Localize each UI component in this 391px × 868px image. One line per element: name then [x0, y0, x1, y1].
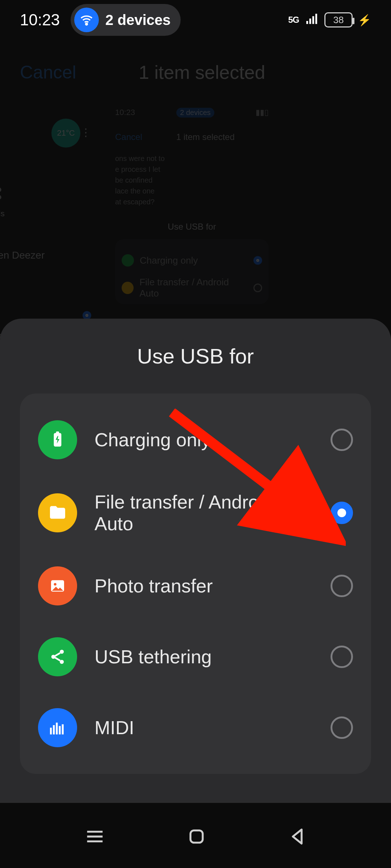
bg-thumbnail-right[interactable]: 10:23 2 devices ▮▮▯ Cancel 1 item select… — [109, 101, 275, 354]
svg-rect-13 — [50, 728, 52, 735]
status-devices-pill[interactable]: 2 devices — [71, 4, 181, 36]
svg-rect-16 — [59, 726, 61, 734]
bg-mini-cancel: Cancel — [115, 132, 142, 142]
svg-point-9 — [54, 583, 56, 586]
system-nav-bar — [0, 807, 391, 868]
svg-point-10 — [60, 650, 64, 654]
status-clock: 10:23 — [20, 11, 60, 29]
sheet-title: Use USB for — [20, 344, 371, 368]
usb-option-label: Charging only — [94, 429, 313, 451]
radio-unselected[interactable] — [331, 646, 353, 668]
bg-mini-signal-icon: ▮▮▯ — [256, 108, 269, 118]
usb-option-label: Photo transfer — [94, 575, 313, 597]
svg-rect-14 — [53, 725, 55, 735]
bg-snippet: lace the one — [115, 186, 269, 196]
bg-mini-pill: 2 devices — [176, 108, 214, 118]
radio-unselected[interactable] — [331, 716, 353, 739]
bg-mini-title: 1 item selected — [176, 132, 235, 142]
svg-point-0 — [86, 23, 88, 25]
status-devices-label: 2 devices — [105, 12, 171, 28]
bg-left-panel-title: Use USB for — [0, 290, 91, 300]
wifi-share-icon — [74, 8, 99, 32]
battery-icon — [38, 420, 77, 459]
radio-selected[interactable] — [331, 502, 353, 524]
bg-snippet: e process I let — [115, 164, 269, 175]
more-icon: ⋮ — [80, 126, 91, 139]
image-icon — [38, 566, 77, 605]
bg-right-row-charging: Charging only — [122, 254, 262, 267]
usb-option-label: USB tethering — [94, 646, 313, 668]
bg-thumbnail-left[interactable]: / 22° ⋮ 21°C sunny Send a video Tools — [0, 101, 98, 354]
charging-icon: ⚡ — [358, 14, 371, 26]
weather-badge: 21°C — [51, 119, 80, 148]
radio-unselected[interactable] — [331, 575, 353, 597]
usb-options-list: Charging only File transfer / Android Au… — [20, 393, 371, 774]
bg-mini-time: 10:23 — [115, 108, 135, 118]
status-bar: 10:23 2 devices 5G 38 ⚡ — [0, 0, 391, 40]
svg-rect-15 — [56, 723, 58, 735]
folder-icon — [122, 282, 134, 294]
share-icon — [38, 637, 77, 676]
bg-open-deezer: Open Deezer — [0, 250, 91, 261]
svg-rect-7 — [56, 431, 59, 434]
bg-snippet: be confined — [115, 175, 269, 186]
bg-app-tools: Tools — [0, 181, 11, 228]
battery-pct-label: 38 — [333, 14, 344, 26]
svg-point-12 — [60, 660, 64, 664]
usb-option-tethering[interactable]: USB tethering — [34, 621, 357, 692]
equalizer-icon — [38, 708, 77, 747]
signal-icon — [304, 12, 319, 28]
nav-back-button[interactable] — [287, 826, 308, 848]
bg-selection-title: 1 item selected — [33, 61, 371, 83]
nav-home-button[interactable] — [186, 826, 207, 848]
svg-rect-22 — [190, 830, 203, 843]
usb-mode-sheet: Use USB for Charging only File transfer … — [0, 319, 391, 803]
usb-option-label: File transfer / Android Auto — [94, 491, 313, 535]
status-right-cluster: 5G 38 ⚡ — [288, 12, 371, 28]
usb-option-photo-transfer[interactable]: Photo transfer — [34, 550, 357, 621]
usb-option-charging[interactable]: Charging only — [34, 404, 357, 475]
svg-point-3 — [0, 187, 1, 192]
usb-option-label: MIDI — [94, 717, 313, 739]
svg-point-5 — [0, 195, 1, 200]
folder-icon — [38, 493, 77, 532]
battery-icon: 38 — [324, 12, 353, 27]
battery-icon — [122, 254, 134, 267]
nav-recents-button[interactable] — [83, 825, 106, 850]
network-type-label: 5G — [288, 15, 299, 25]
tools-folder-icon — [0, 181, 8, 206]
bg-right-row-transfer: File transfer / Android Auto — [122, 277, 262, 299]
usb-option-midi[interactable]: MIDI — [34, 692, 357, 763]
usb-option-file-transfer[interactable]: File transfer / Android Auto — [34, 475, 357, 550]
radio-unselected[interactable] — [331, 429, 353, 451]
bg-snippet: at escaped? — [115, 196, 269, 207]
bg-right-panel-title: Use USB for — [115, 222, 269, 232]
svg-rect-17 — [62, 724, 64, 735]
bg-snippet: ons were not to — [115, 153, 269, 164]
